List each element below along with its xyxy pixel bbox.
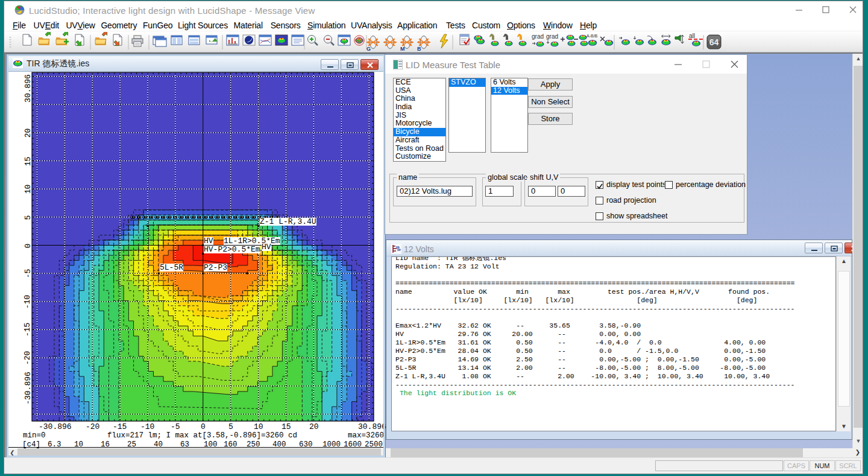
svg-text:grad: grad <box>546 33 558 40</box>
svg-text:all: all <box>689 33 695 39</box>
svg-text:G: G <box>366 46 371 52</box>
svg-text:64: 64 <box>709 37 719 47</box>
svg-text:M: M <box>400 46 405 52</box>
svg-text:A-B/B: A-B/B <box>587 34 598 38</box>
svg-text:grad: grad <box>532 33 544 40</box>
svg-text:B: B <box>417 46 421 52</box>
